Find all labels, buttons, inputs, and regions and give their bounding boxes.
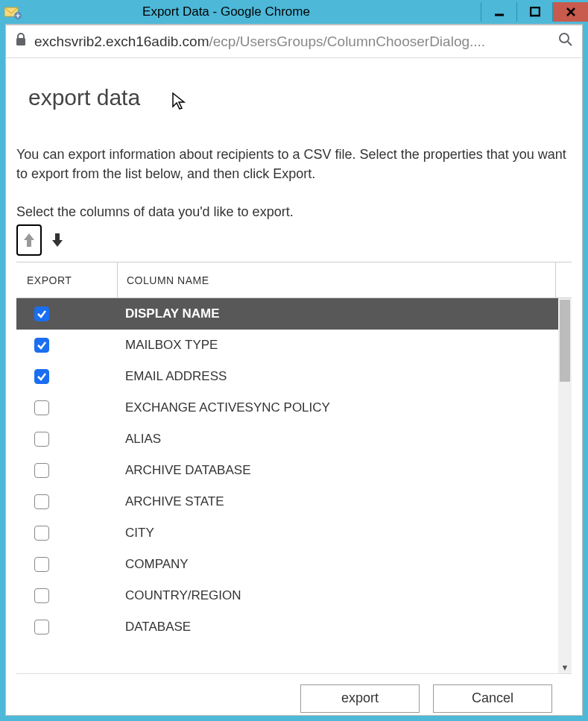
svg-rect-6 (16, 38, 25, 45)
export-checkbox[interactable] (34, 463, 49, 478)
titlebar: Export Data - Google Chrome (0, 0, 588, 24)
maximize-button[interactable] (516, 2, 552, 22)
header-column-name[interactable]: COLUMN NAME (118, 262, 555, 297)
url-path: /ecp/UsersGroups/ColumnChooserDialog.... (209, 34, 485, 49)
checkbox-cell (16, 306, 125, 321)
column-name-cell: ARCHIVE STATE (125, 494, 558, 509)
export-button[interactable]: export (300, 684, 420, 713)
checkbox-cell (16, 494, 125, 509)
reorder-controls (6, 220, 582, 262)
address-bar: exchsvrib2.exch16adib.com/ecp/UsersGroup… (6, 25, 582, 58)
checkbox-cell (16, 620, 125, 635)
export-checkbox[interactable] (34, 306, 49, 321)
svg-rect-3 (531, 7, 540, 16)
columns-table: EXPORT COLUMN NAME DISPLAY NAMEMAILBOX T… (16, 262, 572, 673)
header-export[interactable]: EXPORT (16, 262, 118, 297)
column-name-cell: ARCHIVE DATABASE (125, 463, 558, 478)
select-columns-label: Select the columns of data you'd like to… (6, 183, 582, 220)
table-row[interactable]: DISPLAY NAME (16, 298, 558, 330)
table-header: EXPORT COLUMN NAME (16, 262, 572, 298)
table-row[interactable]: EXCHANGE ACTIVESYNC POLICY (16, 392, 558, 424)
column-name-cell: DISPLAY NAME (125, 306, 558, 321)
page-title: export data (6, 66, 582, 115)
export-checkbox[interactable] (34, 588, 49, 603)
chrome-window: Export Data - Google Chrome exchsvrib2.e… (0, 0, 588, 721)
column-name-cell: COMPANY (125, 557, 558, 572)
header-scroll-spacer (555, 262, 572, 297)
page-content: export data You can export information a… (6, 58, 582, 715)
checkbox-cell (16, 526, 125, 541)
move-down-button[interactable] (45, 224, 70, 256)
checkbox-cell (16, 588, 125, 603)
svg-point-7 (560, 34, 569, 42)
minimize-button[interactable] (481, 2, 516, 22)
checkbox-cell (16, 557, 125, 572)
scrollbar-down-arrow[interactable]: ▼ (560, 663, 569, 672)
export-checkbox[interactable] (34, 494, 49, 509)
cancel-button[interactable]: Cancel (433, 684, 552, 713)
export-checkbox[interactable] (34, 432, 49, 447)
column-name-cell: CITY (125, 526, 558, 541)
column-name-cell: DATABASE (125, 620, 558, 635)
svg-line-8 (568, 42, 572, 45)
table-row[interactable]: MAILBOX TYPE (16, 330, 558, 361)
checkbox-cell (16, 463, 125, 478)
column-name-cell: MAILBOX TYPE (125, 338, 558, 353)
table-row[interactable]: COMPANY (16, 549, 558, 580)
column-name-cell: COUNTRY/REGION (125, 588, 558, 603)
column-name-cell: EXCHANGE ACTIVESYNC POLICY (125, 400, 558, 415)
table-row[interactable]: CITY (16, 517, 558, 549)
checkbox-cell (16, 400, 125, 415)
export-checkbox[interactable] (34, 369, 49, 384)
table-row[interactable]: EMAIL ADDRESS (16, 361, 558, 392)
scrollbar-thumb[interactable] (560, 300, 570, 382)
table-row[interactable]: ARCHIVE DATABASE (16, 455, 558, 486)
app-icon (4, 4, 22, 19)
column-name-cell: ALIAS (125, 432, 558, 447)
window-controls (481, 2, 588, 22)
table-row[interactable]: ARCHIVE STATE (16, 486, 558, 517)
scrollbar[interactable]: ▼ (558, 298, 572, 673)
export-checkbox[interactable] (34, 557, 49, 572)
checkbox-cell (16, 432, 125, 447)
export-checkbox[interactable] (34, 620, 49, 635)
checkbox-cell (16, 369, 125, 384)
table-row[interactable]: ALIAS (16, 424, 558, 455)
url-text[interactable]: exchsvrib2.exch16adib.com/ecp/UsersGroup… (34, 34, 551, 50)
move-up-button[interactable] (16, 224, 42, 256)
window-title: Export Data - Google Chrome (0, 4, 481, 19)
close-button[interactable] (552, 2, 588, 22)
url-domain: exchsvrib2.exch16adib.com (34, 34, 209, 49)
browser-frame: exchsvrib2.exch16adib.com/ecp/UsersGroup… (5, 24, 583, 716)
page-description: You can export information about recipie… (6, 115, 582, 183)
export-checkbox[interactable] (34, 526, 49, 541)
table-body: DISPLAY NAMEMAILBOX TYPEEMAIL ADDRESSEXC… (16, 298, 572, 673)
export-checkbox[interactable] (34, 338, 49, 353)
lock-icon (15, 33, 27, 50)
zoom-icon[interactable] (558, 32, 573, 51)
table-row[interactable]: DATABASE (16, 611, 558, 643)
column-name-cell: EMAIL ADDRESS (125, 369, 558, 384)
table-row[interactable]: COUNTRY/REGION (16, 580, 558, 611)
export-checkbox[interactable] (34, 400, 49, 415)
dialog-footer: export Cancel (16, 673, 572, 715)
checkbox-cell (16, 338, 125, 353)
